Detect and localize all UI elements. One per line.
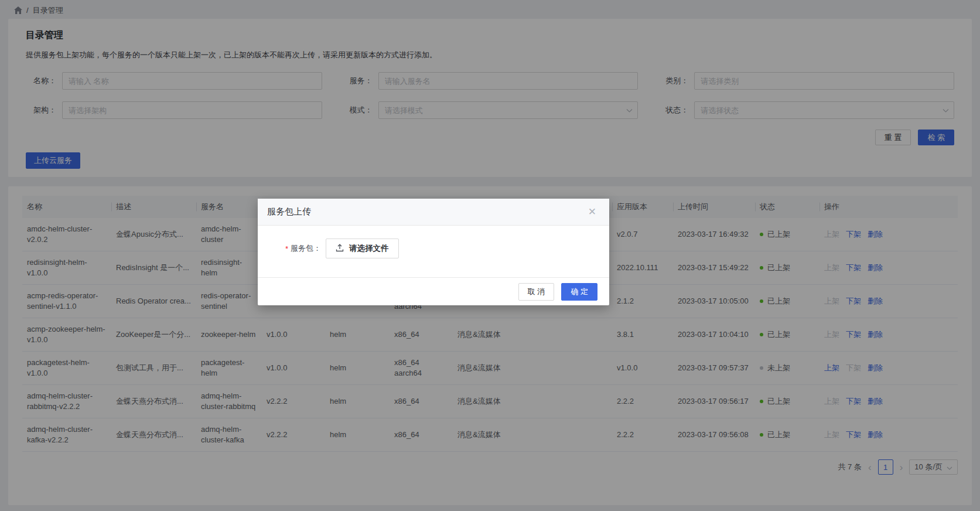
required-mark: * bbox=[285, 244, 288, 253]
choose-file-button[interactable]: 请选择文件 bbox=[326, 239, 399, 258]
confirm-button[interactable]: 确 定 bbox=[561, 283, 597, 301]
modal-header: 服务包上传 ✕ bbox=[258, 199, 609, 226]
modal-footer: 取 消 确 定 bbox=[258, 277, 609, 305]
package-field-label: 服务包： bbox=[291, 243, 321, 254]
upload-icon bbox=[336, 244, 344, 254]
cancel-button[interactable]: 取 消 bbox=[518, 283, 555, 301]
modal-body: * 服务包： 请选择文件 bbox=[258, 226, 609, 277]
choose-file-label: 请选择文件 bbox=[349, 243, 389, 254]
close-icon[interactable]: ✕ bbox=[588, 207, 596, 217]
modal-title: 服务包上传 bbox=[267, 206, 311, 217]
upload-modal: 服务包上传 ✕ * 服务包： 请选择文件 取 消 确 定 bbox=[258, 199, 609, 305]
